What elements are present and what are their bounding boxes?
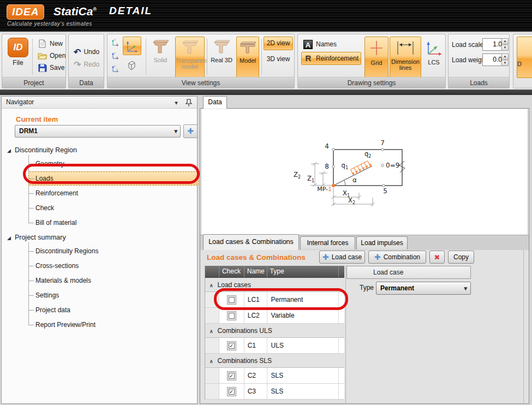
dimension-lines-button[interactable]: Dimension lines <box>390 37 421 79</box>
drawing-canvas[interactable]: 4 7 8 0=9 5 MP-1 q1 q2 α <box>202 109 527 235</box>
delete-x-icon <box>434 253 440 261</box>
clipped-button[interactable]: D <box>517 37 532 78</box>
column-header-type[interactable]: Type <box>267 266 339 277</box>
row-type-cell[interactable]: SLS <box>267 384 339 399</box>
open-folder-icon <box>38 51 47 60</box>
perspective-cube-button[interactable] <box>125 58 138 74</box>
dimension-lines-icon <box>394 39 416 57</box>
reinforcement-button[interactable]: R Reinforcement <box>301 52 361 65</box>
row-name-cell[interactable]: LC2 <box>244 308 267 323</box>
table-row-c2[interactable]: ✓ C2 SLS <box>205 368 344 384</box>
names-button[interactable]: A Names <box>301 38 361 51</box>
model-button[interactable]: Model <box>236 37 259 78</box>
tab-internal-forces[interactable]: Internal forces <box>300 236 355 249</box>
table-row-lc2[interactable]: LC2 Variable <box>205 308 344 324</box>
tree-item-cross-sections[interactable]: Cross-sections <box>28 259 199 273</box>
table-group-load-cases[interactable]: Load cases <box>205 278 344 292</box>
row-name-cell[interactable]: C1 <box>244 338 267 353</box>
2d-view-button[interactable]: 2D view <box>264 37 293 50</box>
3d-view-button[interactable]: 3D view <box>264 53 293 67</box>
table-group-combinations-sls[interactable]: Combinations SLS <box>205 354 344 368</box>
separator <box>261 39 262 75</box>
row-name-cell[interactable]: C3 <box>244 384 267 399</box>
checkbox-lc2[interactable] <box>227 311 236 320</box>
tab-data[interactable]: Data <box>203 96 227 109</box>
current-item-dropdown[interactable]: DRM1 <box>15 125 181 138</box>
tree-item-reinforcement[interactable]: Reinforcement <box>28 186 199 200</box>
add-combination-button[interactable]: Combination <box>368 251 426 264</box>
load-scale-label: Load scale <box>452 41 483 49</box>
row-name-cell[interactable]: LC1 <box>244 292 267 307</box>
collapse-icon <box>210 357 213 365</box>
tree-group-discontinuity-region[interactable]: Discontinuity Region <box>6 144 196 157</box>
checkbox-c1[interactable]: ✓ <box>227 341 236 350</box>
transparent-model-button[interactable]: Transparent model <box>175 37 205 78</box>
grid-button[interactable]: Grid <box>364 37 388 79</box>
open-button[interactable]: Open <box>36 50 67 61</box>
tree-group-project-summary[interactable]: Project summary <box>6 231 196 244</box>
navigator-header: Navigator <box>2 97 197 109</box>
axes-zy-button[interactable]: zY <box>111 64 121 76</box>
header-filler <box>339 266 344 277</box>
tree-item-materials-models[interactable]: Materials & models <box>28 273 199 288</box>
row-name-cell[interactable]: C2 <box>244 368 267 383</box>
z2-label: Z2 <box>294 171 301 180</box>
ribbon-group-loads: Load scale 1.0 Load weight 0.0 Loads <box>448 34 510 88</box>
tree-item-check[interactable]: Check <box>28 201 199 215</box>
axes-zy-icon: zY <box>111 64 121 74</box>
checkbox-lc1[interactable] <box>227 295 236 305</box>
row-type-cell[interactable]: ULS <box>267 338 339 353</box>
undo-button[interactable]: Undo <box>72 46 101 57</box>
new-button[interactable]: New <box>36 38 64 49</box>
load-weight-down-button[interactable] <box>501 60 509 66</box>
lcs-button[interactable]: LCS <box>422 37 445 79</box>
load-case-type-dropdown[interactable]: Permanent <box>376 282 471 295</box>
tree-item-discontinuity-regions[interactable]: Discontinuity Regions <box>28 244 199 258</box>
delete-button[interactable] <box>429 251 445 264</box>
tree-item-project-data[interactable]: Project data <box>28 303 199 317</box>
svg-text:x: x <box>116 42 118 45</box>
tree-item-loads[interactable]: Loads <box>28 171 199 186</box>
real-3d-button[interactable]: Real 3D <box>209 37 234 78</box>
row-type-cell[interactable]: Variable <box>267 308 339 323</box>
redo-button[interactable]: Redo <box>72 59 101 70</box>
table-group-combinations-uls[interactable]: Combinations ULS <box>205 324 344 338</box>
load-scale-down-button[interactable] <box>501 45 509 51</box>
q1-label: q1 <box>342 162 348 170</box>
add-item-button[interactable] <box>183 124 198 138</box>
load-weight-up-button[interactable] <box>501 53 509 59</box>
table-row-c1[interactable]: ✓ C1 ULS <box>205 338 344 354</box>
column-header-check[interactable]: Check <box>219 266 244 277</box>
table-row-lc1[interactable]: LC1 Permanent <box>205 292 344 308</box>
header-gutter <box>205 266 219 277</box>
navigator-pin-icon[interactable] <box>185 98 193 107</box>
vertical-scrollbar[interactable] <box>523 235 524 404</box>
file-button[interactable]: ID File <box>7 38 29 68</box>
tree-item-settings[interactable]: Settings <box>28 288 199 302</box>
table-row-c3[interactable]: ✓ C3 SLS <box>205 384 344 400</box>
row-type-cell[interactable]: Permanent <box>267 292 339 307</box>
row-type-cell[interactable]: SLS <box>267 368 339 383</box>
row-check-cell <box>219 308 244 323</box>
copy-button[interactable]: Copy <box>448 251 474 264</box>
solid-button[interactable]: Solid <box>148 37 173 78</box>
row-check-cell: ✓ <box>219 338 244 353</box>
tab-load-cases-combinations[interactable]: Load cases & Combinations <box>203 234 299 250</box>
tab-load-impulses[interactable]: Load impulses <box>356 236 408 249</box>
load-cases-table: Check Name Type Load cases LC1 Permanent <box>205 266 344 400</box>
collapse-icon <box>210 327 213 335</box>
tree-item-geometry[interactable]: Geometry <box>28 157 199 171</box>
column-header-name[interactable]: Name <box>244 266 267 277</box>
checkbox-c2[interactable]: ✓ <box>227 371 236 380</box>
group-label-loads: Loads <box>449 77 509 88</box>
navigator-collapse-icon[interactable] <box>172 97 181 109</box>
checkbox-c3[interactable]: ✓ <box>227 387 236 396</box>
save-button[interactable]: Save <box>36 62 66 73</box>
axonometry-button[interactable] <box>123 37 141 55</box>
axes-zx-button[interactable]: zx <box>111 51 121 63</box>
tree-item-bill-of-material[interactable]: Bill of material <box>28 216 199 230</box>
axes-xy-button[interactable]: Yx <box>111 38 121 50</box>
tree-item-report-preview-print[interactable]: Report Preview/Print <box>28 318 199 332</box>
load-scale-up-button[interactable] <box>501 38 509 44</box>
add-load-case-button[interactable]: Load case <box>319 251 365 264</box>
